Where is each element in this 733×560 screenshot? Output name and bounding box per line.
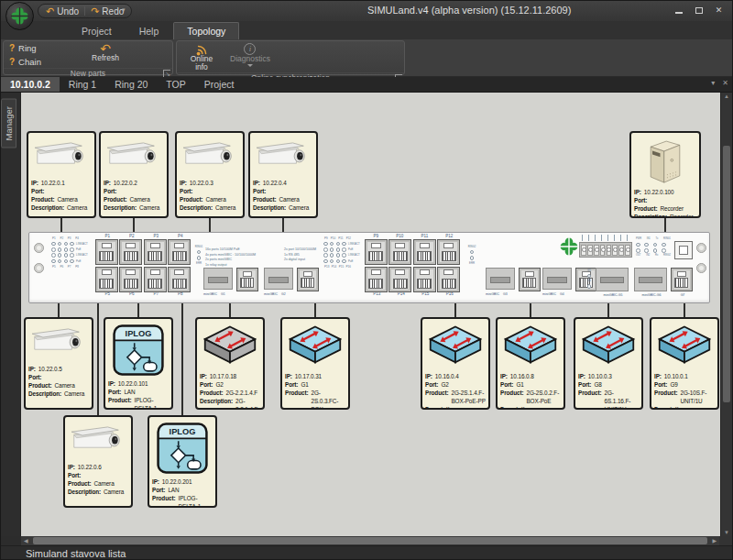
tab-close-icon[interactable]: ✕	[722, 79, 728, 87]
horizontal-scroll-thumb[interactable]	[33, 537, 707, 544]
rj45-port[interactable]	[95, 267, 118, 292]
ribbon-tab-topology[interactable]: Topology	[173, 22, 239, 39]
rj45-port[interactable]	[413, 267, 436, 292]
switch-faceplate[interactable]: P1P2P3P4LINK/ACTPoELINK/ACTPoEP5P6P7P8P9…	[28, 232, 710, 303]
horizontal-scrollbar[interactable]: ◀ ▶	[21, 536, 719, 545]
quick-access-caret-icon[interactable]: ▾	[122, 6, 126, 14]
rj45-port[interactable]	[144, 239, 167, 265]
plate-title	[205, 236, 343, 246]
device-card-10.22.0.1[interactable]: IP:10.22.0.1Port:Product:CameraDescripti…	[27, 131, 96, 218]
rj45-port[interactable]	[437, 239, 460, 265]
chain-button[interactable]: ? Chain	[7, 56, 79, 68]
topology-canvas[interactable]: P1P2P3P4LINK/ACTPoELINK/ACTPoEP5P6P7P8P9…	[21, 93, 720, 536]
device-card-10.22.0.5[interactable]: IP:10.22.0.5Port:Product:CameraDescripti…	[24, 317, 93, 410]
field-product: Product:2G-2S.0.2.F-BOX-PoE	[500, 389, 561, 405]
maximize-button[interactable]	[693, 5, 705, 16]
brand-link[interactable]	[480, 238, 559, 251]
led-caption: PoE	[348, 260, 353, 263]
minimize-button[interactable]	[673, 5, 684, 16]
doc-tab-top[interactable]: TOP	[157, 77, 194, 92]
ribbon-tab-project[interactable]: Project	[69, 23, 125, 39]
device-card-10.17.0.18[interactable]: IP:10.17.0.18Port:G2Product:2G-2.2.1.4.F…	[195, 317, 265, 410]
rj45-port[interactable]	[144, 267, 167, 292]
app-logo-icon[interactable]	[5, 2, 34, 30]
device-card-10.22.0.6[interactable]: IP:10.22.0.6Port:Product:CameraDescripti…	[63, 415, 133, 508]
refresh-button[interactable]: ↶ Refresh	[84, 42, 126, 68]
rj45-port[interactable]	[168, 239, 191, 265]
doc-tab-ring-1[interactable]: Ring 1	[60, 77, 105, 92]
close-button[interactable]: ✕	[713, 5, 725, 16]
port-label: P13	[373, 292, 380, 297]
device-card-10.10.0.1[interactable]: IP:10.10.0.1Port:G9Product:2G-10S.F-UNIT…	[650, 317, 719, 410]
rj45-port[interactable]	[168, 267, 191, 292]
sfp-slot[interactable]	[596, 268, 629, 291]
field-value: 10.16.0.4	[435, 372, 486, 380]
scroll-down-icon[interactable]: ▼	[721, 530, 732, 535]
device-card-10.22.0.101[interactable]: IPLOG IP:10.22.0.101Port:LANProduct:IPLO…	[104, 317, 173, 410]
vertical-scrollbar[interactable]: ▲ ▼	[720, 93, 732, 536]
maximize-icon	[695, 7, 703, 14]
sfp-slot[interactable]	[634, 268, 667, 291]
rj45-port[interactable]	[388, 267, 411, 292]
field-value: Camera	[57, 195, 92, 203]
vertical-scroll-thumb[interactable]	[723, 146, 730, 402]
usb-connector[interactable]	[674, 241, 693, 259]
rj45-port[interactable]	[365, 239, 388, 265]
ring-led-label: ERR	[196, 262, 202, 265]
manager-panel-tab[interactable]: Manager	[1, 99, 16, 148]
field-value: Camera	[289, 203, 313, 212]
sfp-slot[interactable]	[203, 268, 233, 290]
device-card-10.22.0.2[interactable]: IP:10.22.0.2Port:Product:CameraDescripti…	[99, 131, 169, 218]
device-card-10.22.0.3[interactable]: IP:10.22.0.3Port:Product:CameraDescripti…	[175, 131, 245, 218]
field-description: Description:Camera	[28, 390, 89, 398]
ring-led-column: RING2ERR	[465, 246, 478, 290]
device-card-10.17.0.31[interactable]: IP:10.17.0.31Port:G1Product:2G-2S.0.3.FC…	[280, 317, 350, 410]
led-port-label: P7	[68, 265, 71, 269]
rj45-port[interactable]	[119, 267, 142, 292]
field-ip: IP:10.22.0.1	[31, 179, 92, 187]
device-card-10.22.0.100[interactable]: IP:10.22.0.100Port:Product:RecorderDescr…	[629, 131, 701, 218]
device-card-10.16.0.4[interactable]: IP:10.16.0.4Port:G2Product:2G-2S.1.4.F-B…	[421, 317, 490, 410]
scroll-left-icon[interactable]: ◀	[24, 537, 28, 544]
sfp-slot[interactable]	[264, 268, 293, 290]
rj45-port[interactable]	[413, 239, 436, 265]
ribbon-tab-bar: ProjectHelpTopology	[1, 21, 732, 39]
rj45-port[interactable]	[519, 268, 541, 291]
device-card-10.22.0.201[interactable]: IPLOG IP:10.22.0.201Port:LANProduct:IPLO…	[148, 415, 217, 508]
field-label: Product:	[28, 381, 51, 390]
scroll-up-icon[interactable]: ▲	[721, 93, 732, 99]
device-card-10.10.0.3[interactable]: IP:10.10.0.3Port:G8Product:2G-6S.1.16.F-…	[574, 317, 643, 410]
ring-button[interactable]: ? Ring	[7, 42, 79, 54]
led-row: LINK/ACT	[51, 242, 93, 247]
rj45-port[interactable]	[365, 267, 388, 292]
rj45-port[interactable]	[236, 268, 258, 291]
doc-tab-ring-20[interactable]: Ring 20	[105, 77, 157, 92]
field-label: Port:	[500, 380, 513, 389]
field-label: IP:	[500, 372, 508, 380]
tab-list-caret-icon[interactable]: ▾	[711, 79, 715, 87]
rj45-port[interactable]	[297, 268, 319, 291]
sfp-slot[interactable]	[542, 268, 572, 290]
field-value	[268, 187, 313, 195]
rj45-port[interactable]	[119, 239, 142, 265]
doc-tab-project[interactable]: Project	[195, 77, 244, 92]
undo-button[interactable]: ↶ Undo	[46, 6, 79, 16]
rj45-port[interactable]	[671, 268, 693, 291]
sfp-slot[interactable]	[486, 268, 515, 290]
status-led-label: IN1	[647, 238, 651, 241]
device-card-10.16.0.8[interactable]: IP:10.16.0.8Port:G1Product:2G-2S.0.2.F-B…	[496, 317, 565, 410]
online-info-button[interactable]: Online info	[181, 42, 223, 72]
doc-tab-10-10-0-2[interactable]: 10.10.0.2	[1, 77, 60, 92]
rj45-port[interactable]	[95, 239, 118, 265]
diagnostics-button[interactable]: i Diagnostics	[228, 42, 272, 72]
rj45-port[interactable]	[388, 239, 411, 265]
ribbon-tab-help[interactable]: Help	[126, 23, 172, 39]
field-value: 2G-10S.F-UNIT/1U	[680, 389, 715, 405]
field-product: Product:2G-2S.0.3.FC-BOX	[285, 389, 345, 410]
redo-button[interactable]: ↷ Redo	[91, 6, 124, 16]
device-card-10.22.0.4[interactable]: IP:10.22.0.4Port:Product:CameraDescripti…	[248, 131, 318, 218]
rj45-port[interactable]	[437, 267, 460, 292]
svg-text:IPLOG: IPLOG	[170, 427, 196, 436]
scroll-right-icon[interactable]: ▶	[712, 537, 717, 544]
field-label: IP:	[654, 372, 662, 380]
